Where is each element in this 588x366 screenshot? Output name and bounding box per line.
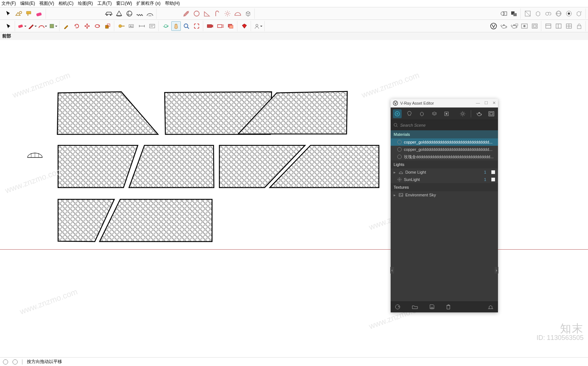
vray-teapot-b-icon[interactable] [509, 21, 519, 31]
erase-icon[interactable] [35, 9, 44, 18]
dim-icon[interactable] [137, 21, 147, 31]
status-icon-b[interactable] [12, 359, 18, 365]
maximize-icon[interactable]: ☐ [484, 101, 488, 105]
menu-window[interactable]: 窗口(W) [116, 0, 132, 7]
menu-help[interactable]: 帮助(H) [165, 0, 180, 7]
camera-b-icon[interactable] [216, 21, 225, 31]
dome-icon[interactable] [233, 9, 243, 18]
vray-tab-layers-icon[interactable] [430, 109, 439, 118]
user-icon[interactable] [253, 21, 263, 31]
menu-camera[interactable]: 相机(C) [58, 0, 74, 7]
vray-asset-editor[interactable]: V-Ray Asset Editor — ☐ ✕ Search Scene Ma… [391, 99, 498, 312]
spring-icon[interactable] [135, 9, 144, 18]
batch-box-icon[interactable] [574, 9, 584, 18]
zoom-icon[interactable] [182, 21, 191, 31]
vray-lights-header[interactable]: Lights [391, 160, 498, 168]
sun-icon[interactable] [223, 9, 232, 18]
menu-view[interactable]: 视图(V) [39, 0, 54, 7]
vray-foot-new-icon[interactable] [395, 304, 400, 310]
vray-material-item[interactable]: copper_golddddddddddddddddddddddddddddd.… [391, 146, 498, 153]
target-icon[interactable] [564, 9, 574, 18]
vray-tab-lights-icon[interactable] [405, 109, 414, 118]
vray-search[interactable]: Search Scene [391, 120, 498, 130]
arc-tool-icon[interactable] [38, 21, 47, 31]
vray-tab-settings-icon[interactable] [458, 109, 467, 118]
rotate-icon[interactable] [93, 21, 102, 31]
vray-pane-b-icon[interactable] [554, 21, 563, 31]
vray-light-item[interactable]: SunLight 1 [391, 176, 498, 183]
close-icon[interactable]: ✕ [492, 101, 496, 105]
vray-mat-preview-icon[interactable] [520, 21, 529, 31]
menu-tools[interactable]: 工具(T) [97, 0, 112, 7]
move-icon[interactable] [82, 21, 92, 31]
frame-icon[interactable] [523, 9, 533, 18]
vray-frame-icon[interactable] [530, 21, 539, 31]
cane-icon[interactable] [212, 9, 222, 18]
vray-tab-geometry-icon[interactable] [417, 109, 426, 118]
menu-file[interactable]: 文件(F) [1, 0, 16, 7]
region-a-icon[interactable] [499, 9, 509, 18]
vray-tab-materials-icon[interactable] [393, 109, 402, 118]
cube-icon[interactable] [243, 9, 253, 18]
status-icon-a[interactable] [3, 359, 8, 365]
components-icon[interactable] [14, 9, 24, 18]
pan-hand-icon[interactable] [171, 21, 181, 31]
zoom-extents-icon[interactable] [192, 21, 201, 31]
vray-logo-icon[interactable] [489, 21, 498, 31]
region-b-icon[interactable] [509, 9, 519, 18]
light-enable-toggle[interactable] [491, 178, 495, 181]
ball-icon[interactable] [125, 9, 134, 18]
vray-foot-purge-icon[interactable] [488, 305, 494, 310]
vray-render-teapot-icon[interactable] [475, 109, 484, 118]
orbit-icon[interactable] [161, 21, 171, 31]
vray-titlebar[interactable]: V-Ray Asset Editor — ☐ ✕ [391, 99, 498, 108]
cone-icon[interactable] [114, 9, 124, 18]
slides-icon[interactable] [226, 21, 236, 31]
pencil-tool-icon[interactable] [28, 21, 37, 31]
vray-teapot-a-icon[interactable] [499, 21, 509, 31]
vray-light-item[interactable]: ▸ Dome Light 1 [391, 168, 498, 176]
trowel-icon[interactable] [182, 9, 191, 18]
vray-pane-c-icon[interactable] [564, 21, 574, 31]
vray-pane-a-icon[interactable] [544, 21, 553, 31]
vray-foot-open-icon[interactable] [412, 305, 418, 310]
label-icon[interactable]: A1 [127, 21, 136, 31]
vray-textures-header[interactable]: Textures [391, 183, 498, 191]
select-tool-icon[interactable] [4, 9, 13, 18]
scale-icon[interactable] [103, 21, 112, 31]
ruby-icon[interactable] [240, 21, 249, 31]
globe-icon[interactable] [554, 9, 563, 18]
arrow-tool-icon[interactable] [4, 21, 13, 31]
vray-material-item[interactable]: copper_golddddddddddddddddddddddddddddd.… [391, 138, 498, 146]
paint-icon[interactable] [24, 9, 34, 18]
menu-edit[interactable]: 编辑(E) [20, 0, 35, 7]
camera-a-icon[interactable] [205, 21, 215, 31]
light-enable-toggle[interactable] [491, 170, 495, 174]
arc3d-icon[interactable] [145, 9, 155, 18]
vray-foot-save-icon[interactable] [430, 304, 434, 310]
minimize-icon[interactable]: — [476, 101, 480, 105]
tape-icon[interactable] [116, 21, 126, 31]
vray-expand-right-icon[interactable]: › [495, 267, 498, 273]
boxes-icon[interactable] [544, 9, 553, 18]
viewport[interactable]: www.znzmo.com www.znzmo.com www.znzmo.co… [0, 40, 588, 348]
spin-icon[interactable] [72, 21, 82, 31]
car-icon[interactable] [104, 9, 114, 18]
box3d-icon[interactable] [533, 9, 543, 18]
vray-material-item[interactable]: 玫瑰金ddddddddddddddddddddddddddddddddd... [391, 153, 498, 160]
menu-extensions[interactable]: 扩展程序 (x) [136, 0, 160, 7]
vray-texture-item[interactable]: ▸ Environment Sky [391, 191, 498, 199]
wedge-icon[interactable] [202, 9, 212, 18]
vray-lock-icon[interactable] [574, 21, 584, 31]
dropper-icon[interactable] [62, 21, 71, 31]
vray-frame-buffer-icon[interactable] [487, 109, 496, 118]
paint-tool-icon[interactable] [48, 21, 58, 31]
vray-foot-delete-icon[interactable] [446, 304, 451, 310]
vray-collapse-left-icon[interactable]: ‹ [390, 267, 394, 273]
menu-draw[interactable]: 绘图(R) [78, 0, 93, 7]
eraser-tool-icon[interactable] [17, 21, 27, 31]
vray-materials-header[interactable]: Materials [391, 130, 498, 138]
text-icon[interactable] [147, 21, 157, 31]
vray-tab-textures-icon[interactable] [442, 109, 451, 118]
circle-icon[interactable] [192, 9, 201, 18]
